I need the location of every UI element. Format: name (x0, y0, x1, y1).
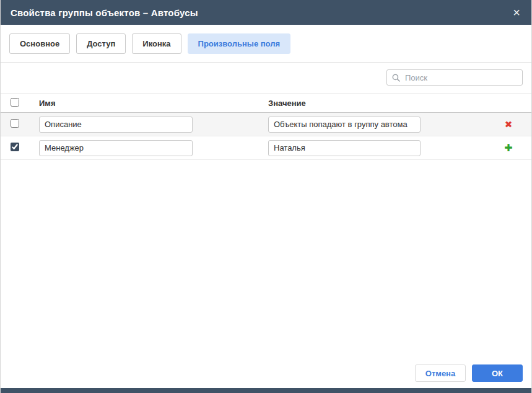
search-row (1, 63, 531, 93)
close-icon[interactable]: × (512, 5, 521, 20)
tab-3[interactable]: Произвольные поля (188, 33, 290, 54)
row-checkbox[interactable] (11, 143, 19, 151)
table-header: Имя Значение (1, 93, 531, 113)
tab-bar: ОсновноеДоступИконкаПроизвольные поля (1, 25, 531, 63)
search-box[interactable] (386, 69, 523, 86)
cancel-button[interactable]: Отмена (415, 364, 466, 382)
row-checkbox-cell (11, 143, 39, 154)
column-header-value: Значение (268, 99, 495, 108)
delete-row-icon[interactable]: ✖ (505, 120, 513, 129)
select-all-checkbox[interactable] (11, 98, 19, 107)
row-value-input[interactable] (268, 117, 421, 133)
table-row: ✖ (1, 113, 531, 136)
row-action-cell: ✖ (495, 119, 521, 130)
dialog-title: Свойства группы объектов – Автобусы (11, 7, 198, 18)
table-body: ✖ ✚ (1, 113, 531, 160)
tab-0[interactable]: Основное (9, 33, 70, 54)
row-value-cell (268, 117, 495, 133)
row-name-cell (39, 117, 268, 133)
search-input[interactable] (404, 73, 517, 83)
select-all-cell (11, 98, 39, 108)
dialog-footer: Отмена ОК (1, 364, 531, 388)
properties-dialog: Свойства группы объектов – Автобусы × Ос… (0, 0, 532, 393)
table-row: ✚ (1, 136, 531, 160)
ok-button[interactable]: ОК (472, 364, 523, 382)
add-row-icon[interactable]: ✚ (504, 143, 512, 153)
row-name-input[interactable] (39, 140, 193, 156)
content-spacer (1, 160, 531, 364)
row-checkbox[interactable] (11, 119, 19, 128)
bottom-bar (1, 388, 531, 393)
search-icon (392, 74, 400, 82)
row-name-cell (39, 140, 268, 156)
dialog-header: Свойства группы объектов – Автобусы × (1, 0, 531, 25)
tab-2[interactable]: Иконка (132, 33, 181, 54)
row-name-input[interactable] (39, 117, 193, 133)
row-value-input[interactable] (268, 140, 421, 156)
row-checkbox-cell (11, 119, 39, 130)
column-header-name: Имя (39, 99, 268, 108)
row-action-cell: ✚ (495, 143, 521, 154)
row-value-cell (268, 140, 495, 156)
tab-1[interactable]: Доступ (76, 33, 126, 54)
